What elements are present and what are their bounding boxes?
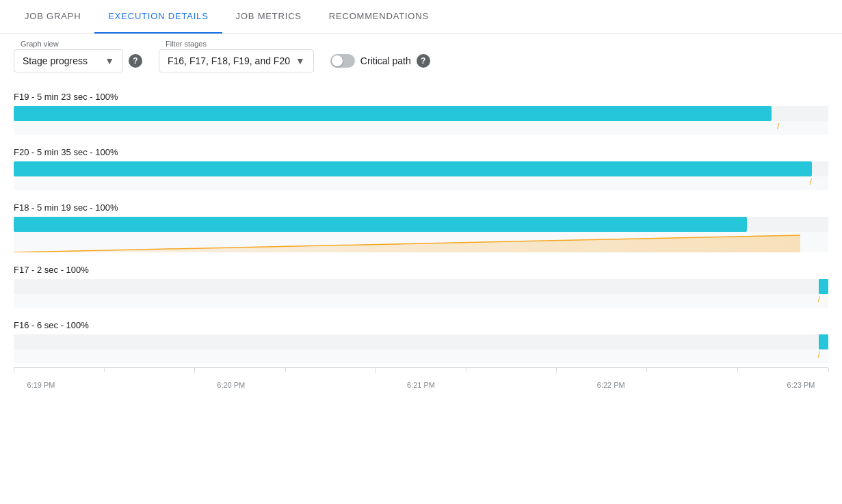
stage-f16-bar xyxy=(14,334,828,349)
time-label-623: 6:23 PM xyxy=(774,381,828,389)
critical-path-toggle[interactable] xyxy=(330,54,355,68)
critical-path-group: Critical path ? xyxy=(330,54,430,68)
filter-stages-select[interactable]: F16, F17, F18, F19, and F20 ▼ xyxy=(159,49,314,72)
filter-stages-value: F16, F17, F18, F19, and F20 xyxy=(168,55,290,66)
time-label-619: 6:19 PM xyxy=(14,381,68,389)
tick-8 xyxy=(737,368,738,373)
tick-2 xyxy=(194,368,195,373)
graph-view-label: Graph view xyxy=(19,40,60,48)
graph-view-select[interactable]: Stage progress ▼ xyxy=(14,49,123,72)
stage-f18-label: F18 - 5 min 19 sec - 100% xyxy=(14,194,828,217)
tick-7 xyxy=(646,368,647,372)
critical-path-label: Critical path xyxy=(360,55,411,66)
filter-chevron-down-icon: ▼ xyxy=(295,55,305,66)
graph-view-group: Graph view Stage progress ▼ ? xyxy=(14,45,142,72)
tab-execution-details[interactable]: EXECUTION DETAILS xyxy=(94,0,222,34)
tick-4 xyxy=(376,368,376,373)
time-label-622: 6:22 PM xyxy=(583,381,638,389)
stage-f16: F16 - 6 sec - 100% / xyxy=(14,312,828,363)
stage-f17-bar xyxy=(14,279,828,294)
stage-f16-end-bar xyxy=(819,334,828,349)
stage-f19-label: F19 - 5 min 23 sec - 100% xyxy=(14,83,828,106)
chart-area: F19 - 5 min 23 sec - 100% / F20 - 5 min … xyxy=(0,83,842,403)
stage-f18-bar xyxy=(14,217,828,232)
tick-1 xyxy=(104,368,105,372)
tick-5 xyxy=(466,368,466,372)
stage-f20: F20 - 5 min 35 sec - 100% / xyxy=(14,139,828,190)
stage-f16-slash: / xyxy=(817,349,820,360)
stage-f18: F18 - 5 min 19 sec - 100% xyxy=(14,194,828,252)
stage-f20-fill xyxy=(14,161,812,176)
tab-bar: JOB GRAPH EXECUTION DETAILS JOB METRICS … xyxy=(0,0,842,34)
time-label-621: 6:21 PM xyxy=(394,381,449,389)
time-label-620: 6:20 PM xyxy=(204,381,259,389)
chevron-down-icon: ▼ xyxy=(105,55,114,66)
stage-f16-label: F16 - 6 sec - 100% xyxy=(14,312,828,334)
filter-stages-label: Filter stages xyxy=(164,40,208,48)
tick-3 xyxy=(285,368,286,372)
time-axis: 6:19 PM 6:20 PM 6:21 PM 6:22 PM 6:23 PM xyxy=(14,378,828,389)
stage-f20-slash: / xyxy=(810,176,813,187)
stage-f18-orange-area xyxy=(14,232,828,252)
tab-job-metrics[interactable]: JOB METRICS xyxy=(222,0,315,34)
tab-job-graph[interactable]: JOB GRAPH xyxy=(11,0,94,34)
filter-stages-group: Filter stages F16, F17, F18, F19, and F2… xyxy=(159,45,314,72)
tab-recommendations[interactable]: RECOMMENDATIONS xyxy=(315,0,443,34)
stage-f17-end-bar xyxy=(819,279,828,294)
stage-f17-label: F17 - 2 sec - 100% xyxy=(14,256,828,279)
stage-f19-slash: / xyxy=(777,121,780,131)
stage-f18-fill xyxy=(14,217,747,232)
stage-f17: F17 - 2 sec - 100% / xyxy=(14,256,828,308)
stage-f19-fill xyxy=(14,106,772,121)
tick-6 xyxy=(556,368,557,373)
tick-9 xyxy=(828,368,829,372)
stage-f17-slash: / xyxy=(817,294,820,304)
stage-f20-label: F20 - 5 min 35 sec - 100% xyxy=(14,139,828,161)
graph-view-help-icon[interactable]: ? xyxy=(129,54,142,68)
controls-bar: Graph view Stage progress ▼ ? Filter sta… xyxy=(0,34,842,83)
tick-0 xyxy=(14,368,14,373)
toggle-knob xyxy=(332,55,343,66)
critical-path-help-icon[interactable]: ? xyxy=(417,54,430,68)
stage-f19-bar xyxy=(14,106,828,121)
graph-view-value: Stage progress xyxy=(23,55,88,66)
stage-f19: F19 - 5 min 23 sec - 100% / xyxy=(14,83,828,135)
tick-bar xyxy=(14,367,828,378)
stage-f20-bar xyxy=(14,161,828,176)
